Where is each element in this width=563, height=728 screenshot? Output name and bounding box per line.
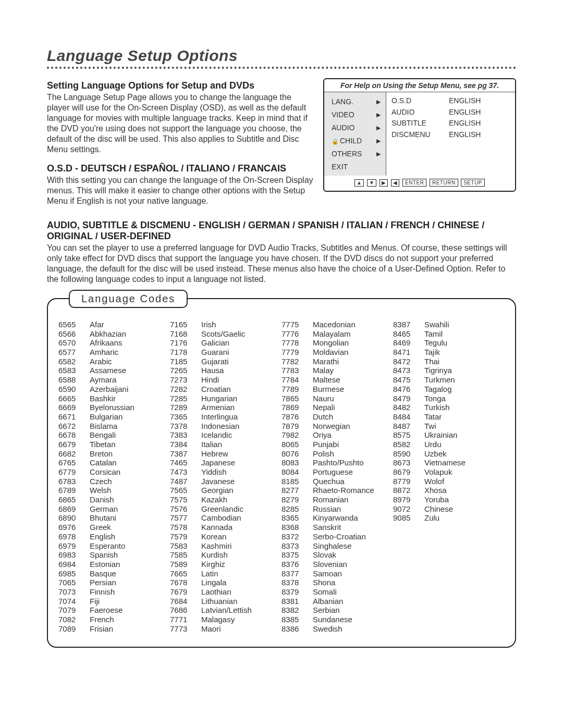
code-number: 8382 <box>282 606 313 615</box>
code-language: Hausa <box>201 366 282 375</box>
code-number: 8386 <box>282 624 313 634</box>
code-number: 7178 <box>170 348 201 357</box>
code-language: Welsh <box>90 486 170 495</box>
code-row: 8590Uzbek <box>393 449 505 459</box>
code-language: Lingala <box>201 578 282 587</box>
menu-item-audio[interactable]: AUDIO▶ <box>324 121 386 134</box>
code-row: 8185Quechua <box>282 477 393 486</box>
code-number: 8387 <box>393 320 424 329</box>
code-language: Armenian <box>201 403 282 412</box>
code-row: 7775Macedonian <box>282 320 393 329</box>
code-language: Ukrainian <box>424 430 505 440</box>
code-language: Serbian <box>313 606 393 615</box>
code-row: 8471Tajik <box>393 348 505 357</box>
code-language: Moldavian <box>313 348 393 357</box>
code-number: 7589 <box>170 560 201 569</box>
menu-item-label: CHILD <box>332 135 376 146</box>
code-row: 8475Turkmen <box>393 375 505 385</box>
code-number: 8679 <box>393 467 424 477</box>
code-number: 7686 <box>170 606 201 615</box>
code-language: Romanian <box>313 495 393 504</box>
code-row: 6672Bislama <box>58 422 170 431</box>
code-row: 6984Estonian <box>58 560 170 569</box>
code-number: 8473 <box>393 366 424 375</box>
setting-value: ENGLISH <box>449 95 510 107</box>
code-number: 7678 <box>170 578 201 587</box>
lock-icon <box>332 137 340 145</box>
section3-heading: AUDIO, SUBTITLE & DISCMENU - ENGLISH / G… <box>47 220 516 242</box>
code-number: 7679 <box>170 587 201 597</box>
code-number: 6577 <box>58 348 90 357</box>
code-row: 8379Somali <box>282 587 393 597</box>
page-title: Language Setup Options <box>47 47 516 65</box>
menu-item-video[interactable]: VIDEO▶ <box>324 108 386 121</box>
code-row: 6582Arabic <box>58 357 170 366</box>
code-row: 7168Scots/Gaelic <box>170 329 282 339</box>
separator-dotted <box>47 67 516 69</box>
code-language: Turkmen <box>424 375 505 385</box>
code-language: Bislama <box>90 422 170 431</box>
menu-item-child[interactable]: CHILD▶ <box>324 134 386 147</box>
code-language: Yiddish <box>201 467 282 477</box>
code-language: Indonesian <box>201 422 282 431</box>
code-language: Cambodian <box>201 513 282 523</box>
code-row: 8469Tegulu <box>393 338 505 348</box>
code-row: 7585Kurdish <box>170 550 282 560</box>
code-number: 8365 <box>282 513 313 523</box>
code-number: 7585 <box>170 550 201 560</box>
code-language: Faeroese <box>90 606 170 615</box>
codes-col-2: 7165Irish7168Scots/Gaelic7176Galician717… <box>170 320 282 633</box>
setting-row-subtitle[interactable]: SUBTITLEENGLISH <box>388 118 513 129</box>
code-row: 6978English <box>58 532 170 541</box>
code-number: 7384 <box>170 440 201 449</box>
code-number: 7073 <box>58 587 90 597</box>
code-number: 8472 <box>393 357 424 366</box>
menu-item-exit[interactable]: EXIT <box>324 161 386 174</box>
code-row: 7684Lithuanian <box>170 597 282 606</box>
code-language: Arabic <box>90 357 170 366</box>
code-language: Chinese <box>424 504 505 514</box>
code-language: Tagalog <box>424 385 505 394</box>
menu-item-label: VIDEO <box>332 109 376 120</box>
code-language: French <box>90 615 170 624</box>
code-language: Greenlandic <box>201 504 282 514</box>
code-language: Latvian/Lettish <box>201 606 282 615</box>
code-row: 6869German <box>58 504 170 514</box>
code-number: 7879 <box>282 422 313 431</box>
menu-item-text: CHILD <box>340 137 362 145</box>
code-number: 8372 <box>282 532 313 541</box>
setting-row-discmenu[interactable]: DISCMENUENGLISH <box>388 129 513 141</box>
arrow-right-icon: ▶ <box>376 110 381 119</box>
code-language: Portuguese <box>313 467 393 477</box>
code-language: Urdu <box>424 440 505 449</box>
code-language: Sanskrit <box>313 523 393 532</box>
menu-item-others[interactable]: OTHERS▶ <box>324 147 386 161</box>
setting-row-audio[interactable]: AUDIOENGLISH <box>388 107 513 118</box>
menu-item-lang[interactable]: LANG.▶ <box>324 95 386 108</box>
codes-col-4: 8387Swahili8465Tamil8469Tegulu8471Tajik8… <box>393 320 505 633</box>
code-number: 8469 <box>393 338 424 348</box>
code-row: 7273Hindi <box>170 375 282 385</box>
code-number: 6672 <box>58 422 90 431</box>
code-language: Burmese <box>313 385 393 394</box>
code-number: 7089 <box>58 624 90 634</box>
code-row: 8673Vietnamese <box>393 458 505 467</box>
code-language: Tigrinya <box>424 366 505 375</box>
code-number: 7783 <box>282 366 313 375</box>
setting-row-osd[interactable]: O.S.DENGLISH <box>388 95 513 107</box>
code-row: 7473Yiddish <box>170 467 282 477</box>
code-row: 8872Xhosa <box>393 486 505 495</box>
setting-key: AUDIO <box>391 107 449 118</box>
code-row: 7378Indonesian <box>170 422 282 431</box>
code-row: 8472Thai <box>393 357 505 366</box>
code-row: 7065Persian <box>58 578 170 587</box>
code-number: 8373 <box>282 541 313 551</box>
code-row: 8487Twi <box>393 422 505 431</box>
code-row: 6671Bulgarian <box>58 412 170 422</box>
code-language: Xhosa <box>424 486 505 495</box>
code-row: 6590Azerbaijani <box>58 385 170 394</box>
code-row: 8277Rhaeto-Romance <box>282 486 393 495</box>
code-number: 7865 <box>282 394 313 403</box>
code-language: Macedonian <box>313 320 393 329</box>
code-row: 7387Hebrew <box>170 449 282 459</box>
